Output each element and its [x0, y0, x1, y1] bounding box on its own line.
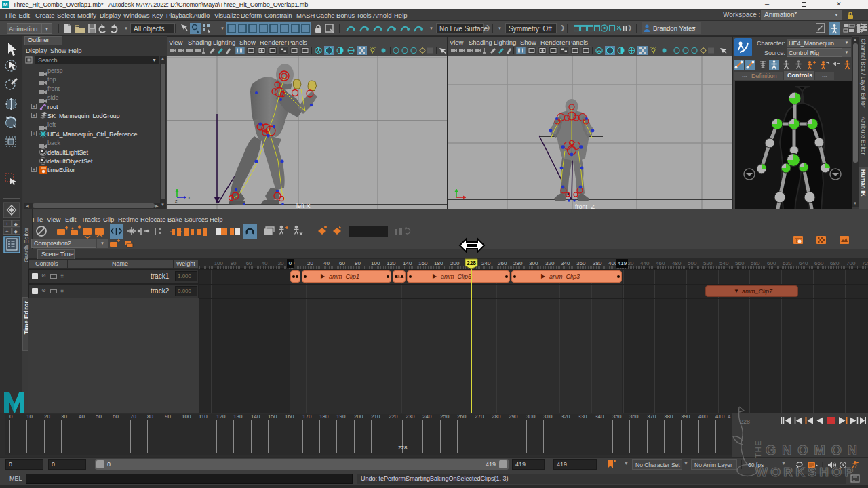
- svg-text:◆: ◆: [14, 222, 18, 226]
- svg-text:+: +: [5, 221, 9, 227]
- svg-text:GNOMON: GNOMON: [766, 443, 863, 458]
- svg-text:◆: ◆: [14, 229, 18, 234]
- svg-text:x: x: [188, 195, 191, 200]
- svg-text:z: z: [175, 199, 178, 203]
- svg-text:228: 228: [467, 260, 476, 266]
- svg-text:THE: THE: [754, 440, 762, 459]
- svg-text:WORKSHOP: WORKSHOP: [755, 465, 856, 479]
- svg-text:+: +: [5, 228, 9, 235]
